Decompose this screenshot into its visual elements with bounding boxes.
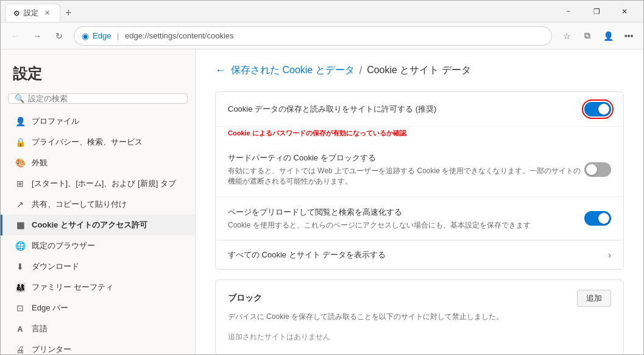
main-settings-card: Cookie データの保存と読み取りをサイトに許可する (推奨) Cookie … [215,91,624,270]
toolbar-actions: ☆ ⧉ 👤 ••• [557,26,639,46]
tab-area: ⚙ 設定 ✕ + [5,1,554,22]
block-third-party-info: サードパーティの Cookie をブロックする 有効にすると、サイトでは Web… [228,152,584,187]
appearance-icon: 🎨 [15,157,26,168]
download-icon: ⬇ [15,261,26,272]
privacy-icon: 🔒 [15,137,26,148]
sidebar-item-share[interactable]: ↗ 共有、コピーして貼り付け [1,194,195,215]
sidebar-item-label: ファミリー セーフティ [32,282,113,293]
sidebar-item-label: 外観 [32,157,48,168]
sidebar-item-label: プライバシー、検索、サービス [32,137,143,148]
tab-close-button[interactable]: ✕ [42,8,52,18]
sidebar-item-profile[interactable]: 👤 プロファイル [1,111,195,132]
annotation-row: Cookie によるパスワードの保存が有効になっているか確認 [216,127,623,143]
edge-brand-label: Edge [93,31,111,40]
preload-row: ページをプリロードして閲覧と検索を高速化する Cookie を使用すると、これら… [216,197,623,241]
edgebar-icon: ⊡ [15,303,26,314]
search-icon: 🔍 [15,94,24,103]
tab-favicon-icon: ⚙ [13,9,20,18]
sidebar-nav: 👤 プロファイル 🔒 プライバシー、検索、サービス 🎨 外観 ⊞ [スタート]、… [1,111,195,354]
sidebar-item-newtab[interactable]: ⊞ [スタート]、[ホーム]、および [新規] タブ [1,173,195,194]
printer-icon: 🖨 [15,344,26,354]
share-icon: ↗ [15,199,26,210]
sidebar-item-download[interactable]: ⬇ ダウンロード [1,256,195,277]
family-icon: 👨‍👩‍👧 [15,282,26,293]
collections-button[interactable]: ⧉ [578,26,597,46]
restore-button[interactable]: ❐ [582,2,610,21]
new-tab-button[interactable]: + [60,4,77,22]
minimize-button[interactable]: － [554,2,582,21]
sidebar-item-label: 既定のブラウザー [32,240,95,251]
breadcrumb: ← 保存された Cookie とデータ / Cookie とサイト データ [215,64,624,77]
newtab-icon: ⊞ [15,178,26,189]
sidebar-item-label: ダウンロード [32,261,79,272]
block-third-party-desc: 有効にすると、サイトでは Web 上でユーザーを追跡する Cookie を使用で… [228,166,584,187]
sidebar-item-label: Cookie とサイトのアクセス許可 [32,220,147,231]
preload-toggle[interactable] [584,211,611,226]
block-third-party-toggle[interactable] [584,162,611,177]
refresh-button[interactable]: ↻ [49,26,69,46]
search-input[interactable] [28,94,181,103]
preload-info: ページをプリロードして閲覧と検索を高速化する Cookie を使用すると、これら… [228,207,584,231]
sidebar-item-browser[interactable]: 🌐 既定のブラウザー [1,235,195,256]
main-area: 設定 🔍 👤 プロファイル 🔒 プライバシー、検索、サービス 🎨 外観 [1,49,643,354]
block-third-party-row: サードパーティの Cookie をブロックする 有効にすると、サイトでは Web… [216,143,623,197]
breadcrumb-back-button[interactable]: ← [215,64,226,77]
search-box[interactable]: 🔍 [8,93,188,104]
sidebar-item-appearance[interactable]: 🎨 外観 [1,152,195,173]
sidebar-item-cookies[interactable]: ▦ Cookie とサイトのアクセス許可 [1,215,195,235]
close-button[interactable]: ✕ [610,2,639,21]
allow-cookies-info: Cookie データの保存と読み取りをサイトに許可する (推奨) [228,104,584,115]
favorites-button[interactable]: ☆ [557,26,576,46]
sidebar-item-label: Edge バー [32,303,68,314]
block-card: ブロック 追加 デバイスに Cookie を保存して読み取ることを以下のサイトに… [215,279,624,354]
breadcrumb-current: Cookie とサイト データ [367,64,471,77]
profile-icon: 👤 [15,116,26,127]
language-icon: A [15,323,26,334]
back-button[interactable]: ← [5,26,25,46]
profile-button[interactable]: 👤 [598,26,618,46]
edge-logo-icon: ◉ [82,31,89,41]
sidebar: 設定 🔍 👤 プロファイル 🔒 プライバシー、検索、サービス 🎨 外観 [1,49,196,354]
sidebar-item-language[interactable]: A 言語 [1,318,195,339]
block-header: ブロック 追加 [228,290,611,307]
browser-toolbar: ← → ↻ ◉ Edge | edge://settings/content/c… [1,23,643,49]
sidebar-item-label: 言語 [32,323,48,334]
settings-content: ← 保存された Cookie とデータ / Cookie とサイト データ Co… [196,49,643,354]
sidebar-item-edgebar[interactable]: ⊡ Edge バー [1,298,195,318]
breadcrumb-separator: / [359,65,362,76]
sidebar-item-family[interactable]: 👨‍👩‍👧 ファミリー セーフティ [1,277,195,298]
sidebar-item-printer[interactable]: 🖨 プリンター [1,339,195,354]
empty-text: 追加されたサイトはありません [228,329,611,345]
sidebar-item-label: 共有、コピーして貼り付け [32,199,127,210]
browser-icon: 🌐 [15,240,26,251]
settings-tab[interactable]: ⚙ 設定 ✕ [5,4,60,22]
annotation-text: Cookie によるパスワードの保存が有効になっているか確認 [228,129,406,137]
url-text: edge://settings/content/cookies [125,31,234,40]
preload-label: ページをプリロードして閲覧と検索を高速化する [228,207,584,218]
menu-button[interactable]: ••• [619,26,639,46]
block-third-party-label: サードパーティの Cookie をブロックする [228,152,584,163]
chevron-right-icon: › [608,250,611,260]
address-separator: | [117,31,119,40]
cookies-icon: ▦ [15,220,26,231]
titlebar: ⚙ 設定 ✕ + － ❐ ✕ [1,1,643,23]
address-text: Edge | edge://settings/content/cookies [93,31,544,40]
add-block-button[interactable]: 追加 [577,290,611,307]
block-title: ブロック [228,293,577,304]
sidebar-item-label: [スタート]、[ホーム]、および [新規] タブ [32,178,176,189]
window-controls: － ❐ ✕ [554,2,639,21]
address-bar[interactable]: ◉ Edge | edge://settings/content/cookies [74,26,552,46]
allow-cookies-label: Cookie データの保存と読み取りをサイトに許可する (推奨) [228,104,584,115]
block-desc: デバイスに Cookie を保存して読み取ることを以下のサイトに対して禁止しまし… [228,312,611,322]
browser-window: ⚙ 設定 ✕ + － ❐ ✕ ← → ↻ ◉ Edge | edge://set… [0,0,644,355]
allow-cookies-row: Cookie データの保存と読み取りをサイトに許可する (推奨) [216,92,623,127]
allow-cookies-toggle[interactable] [584,102,611,117]
sidebar-title: 設定 [1,57,195,93]
view-all-row[interactable]: すべての Cookie とサイト データを表示する › [216,240,623,269]
breadcrumb-link[interactable]: 保存された Cookie とデータ [231,64,355,77]
sidebar-item-privacy[interactable]: 🔒 プライバシー、検索、サービス [1,132,195,152]
forward-button[interactable]: → [27,26,47,46]
sidebar-item-label: プロファイル [32,116,79,127]
preload-desc: Cookie を使用すると、これらのページにアクセスしない場合にも、基本設定を保… [228,220,584,231]
sidebar-item-label: プリンター [32,344,71,354]
